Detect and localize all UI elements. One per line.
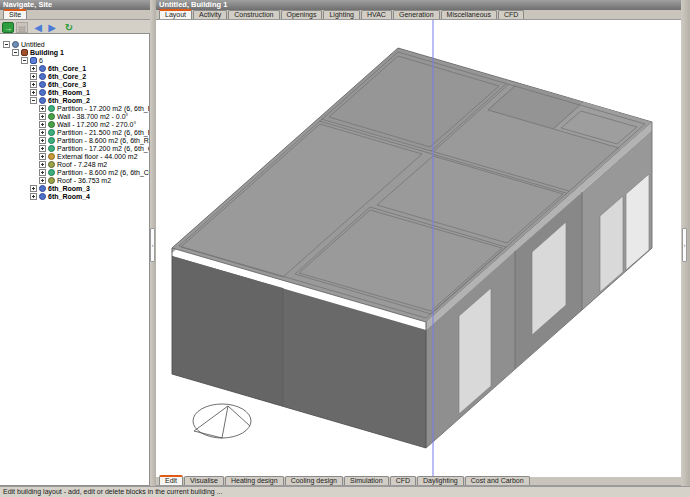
tab-visualise[interactable]: Visualise bbox=[184, 476, 224, 485]
tree-item[interactable]: 6th_Core_1 bbox=[0, 64, 149, 72]
expand-toggle[interactable] bbox=[30, 97, 37, 104]
screen-mode-tabs: EditVisualiseHeating designCooling desig… bbox=[156, 476, 681, 486]
expand-toggle[interactable] bbox=[30, 73, 37, 80]
tree-item-label: Partition - 8.600 m2 (6, 6th_Core_2) bbox=[57, 169, 150, 176]
tree-item[interactable]: 6th_Room_1 bbox=[0, 88, 149, 96]
navigator-toolbar: →▤◀▶↻ bbox=[0, 20, 150, 34]
forward-button[interactable]: ▶ bbox=[46, 22, 58, 33]
partition-icon bbox=[48, 105, 55, 112]
tab-daylighting[interactable]: Daylighting bbox=[417, 476, 464, 485]
expand-toggle[interactable] bbox=[12, 49, 19, 56]
tree-item[interactable]: Untitled bbox=[0, 40, 149, 48]
zone-icon bbox=[39, 185, 46, 192]
tree-item-label: 6th_Room_2 bbox=[48, 97, 90, 104]
expand-toggle[interactable] bbox=[21, 57, 28, 64]
refresh-button[interactable]: ↻ bbox=[63, 22, 75, 33]
tab-layout[interactable]: Layout bbox=[159, 9, 192, 19]
navigator-tree[interactable]: UntitledBuilding 166th_Core_16th_Core_26… bbox=[0, 33, 150, 486]
tab-hvac[interactable]: HVAC bbox=[361, 10, 392, 19]
tab-site[interactable]: Site bbox=[3, 9, 27, 19]
expand-toggle[interactable] bbox=[39, 145, 46, 152]
tree-item-label: 6th_Room_3 bbox=[48, 185, 90, 192]
tab-openings[interactable]: Openings bbox=[281, 10, 323, 19]
tree-item[interactable]: 6th_Room_2 bbox=[0, 96, 149, 104]
tree-item[interactable]: Building 1 bbox=[0, 48, 149, 56]
tree-item[interactable]: Partition - 21.500 m2 (6, 6th_Room_3) bbox=[0, 128, 149, 136]
expand-toggle[interactable] bbox=[39, 169, 46, 176]
expand-toggle[interactable] bbox=[39, 161, 46, 168]
edit-disabled-button[interactable]: ▤ bbox=[16, 22, 28, 33]
model-3d-viewport[interactable] bbox=[156, 20, 681, 476]
expand-toggle[interactable] bbox=[30, 81, 37, 88]
right-splitter[interactable]: › bbox=[681, 0, 690, 486]
roof-icon bbox=[48, 177, 55, 184]
tree-item-label: Wall - 38.700 m2 - 0.0° bbox=[57, 113, 128, 120]
splitter-collapse-left[interactable]: ‹ bbox=[150, 228, 155, 262]
expand-toggle[interactable] bbox=[3, 41, 10, 48]
tree-item[interactable]: 6 bbox=[0, 56, 149, 64]
expand-toggle[interactable] bbox=[30, 89, 37, 96]
expand-toggle[interactable] bbox=[30, 65, 37, 72]
tree-item-label: Roof - 36.753 m2 bbox=[57, 177, 111, 184]
tree-item[interactable]: Partition - 17.200 m2 (6, 6th_Room_1) bbox=[0, 104, 149, 112]
status-bar: Edit building layout - add, edit or dele… bbox=[0, 486, 690, 497]
tab-cost-and-carbon[interactable]: Cost and Carbon bbox=[465, 476, 530, 485]
partition-icon bbox=[48, 169, 55, 176]
zone-icon bbox=[39, 65, 46, 72]
tab-miscellaneous[interactable]: Miscellaneous bbox=[441, 10, 497, 19]
splitter-collapse-right[interactable]: › bbox=[682, 228, 687, 262]
tab-cooling-design[interactable]: Cooling design bbox=[285, 476, 343, 485]
tab-lighting[interactable]: Lighting bbox=[323, 10, 360, 19]
tab-construction[interactable]: Construction bbox=[228, 10, 279, 19]
tree-item[interactable]: Partition - 17.200 m2 (6, 6th_Core_1) bbox=[0, 144, 149, 152]
tree-item[interactable]: Roof - 36.753 m2 bbox=[0, 176, 149, 184]
model-data-tabs: LayoutActivityConstructionOpeningsLighti… bbox=[156, 10, 681, 20]
tab-edit[interactable]: Edit bbox=[159, 475, 183, 485]
tree-item[interactable]: 6th_Core_2 bbox=[0, 72, 149, 80]
tree-item[interactable]: Roof - 7.248 m2 bbox=[0, 160, 149, 168]
tree-item[interactable]: 6th_Room_3 bbox=[0, 184, 149, 192]
tree-item[interactable]: Partition - 8.600 m2 (6, 6th_Core_2) bbox=[0, 168, 149, 176]
block-icon bbox=[30, 57, 37, 64]
tree-item[interactable]: 6th_Room_4 bbox=[0, 192, 149, 200]
main-area: Untitled, Building 1 LayoutActivityConst… bbox=[156, 0, 681, 486]
tab-activity[interactable]: Activity bbox=[193, 10, 227, 19]
main-title: Untitled, Building 1 bbox=[156, 0, 681, 10]
tree-item-label: 6th_Core_2 bbox=[48, 73, 86, 80]
tab-heating-design[interactable]: Heating design bbox=[225, 476, 284, 485]
expand-toggle[interactable] bbox=[39, 153, 46, 160]
expand-toggle[interactable] bbox=[39, 129, 46, 136]
tree-item[interactable]: Partition - 8.600 m2 (6, 6th_Room_3) bbox=[0, 136, 149, 144]
partition-icon bbox=[48, 145, 55, 152]
expand-toggle[interactable] bbox=[30, 185, 37, 192]
building-icon bbox=[21, 49, 28, 56]
tree-item[interactable]: Wall - 38.700 m2 - 0.0° bbox=[0, 112, 149, 120]
tree-item-label: Partition - 21.500 m2 (6, 6th_Room_3) bbox=[57, 129, 150, 136]
tree-item[interactable]: 6th_Core_3 bbox=[0, 80, 149, 88]
expand-toggle[interactable] bbox=[39, 137, 46, 144]
expand-toggle[interactable] bbox=[39, 177, 46, 184]
tab-cfd[interactable]: CFD bbox=[390, 476, 416, 485]
roof-icon bbox=[48, 161, 55, 168]
north-arrow-compass bbox=[193, 404, 251, 438]
tree-item-label: Partition - 8.600 m2 (6, 6th_Room_3) bbox=[57, 137, 150, 144]
tab-generation[interactable]: Generation bbox=[393, 10, 440, 19]
enter-block-button[interactable]: → bbox=[2, 22, 14, 33]
tree-item-label: Partition - 17.200 m2 (6, 6th_Room_1) bbox=[57, 105, 150, 112]
expand-toggle[interactable] bbox=[30, 193, 37, 200]
expand-toggle[interactable] bbox=[39, 105, 46, 112]
tree-item-label: 6th_Room_1 bbox=[48, 89, 90, 96]
expand-toggle[interactable] bbox=[39, 121, 46, 128]
tree-item[interactable]: Wall - 17.200 m2 - 270.0° bbox=[0, 120, 149, 128]
navigator-tab-row: Site bbox=[0, 10, 150, 20]
tab-simulation[interactable]: Simulation bbox=[344, 476, 389, 485]
building-3d-scene bbox=[156, 20, 681, 476]
site-icon bbox=[12, 41, 19, 48]
front-wall-left-section[interactable] bbox=[172, 256, 283, 406]
expand-toggle[interactable] bbox=[39, 113, 46, 120]
tab-cfd[interactable]: CFD bbox=[498, 10, 524, 19]
tree-item-label: 6 bbox=[39, 57, 43, 64]
zone-icon bbox=[39, 73, 46, 80]
back-button[interactable]: ◀ bbox=[32, 22, 44, 33]
tree-item[interactable]: External floor - 44.000 m2 bbox=[0, 152, 149, 160]
